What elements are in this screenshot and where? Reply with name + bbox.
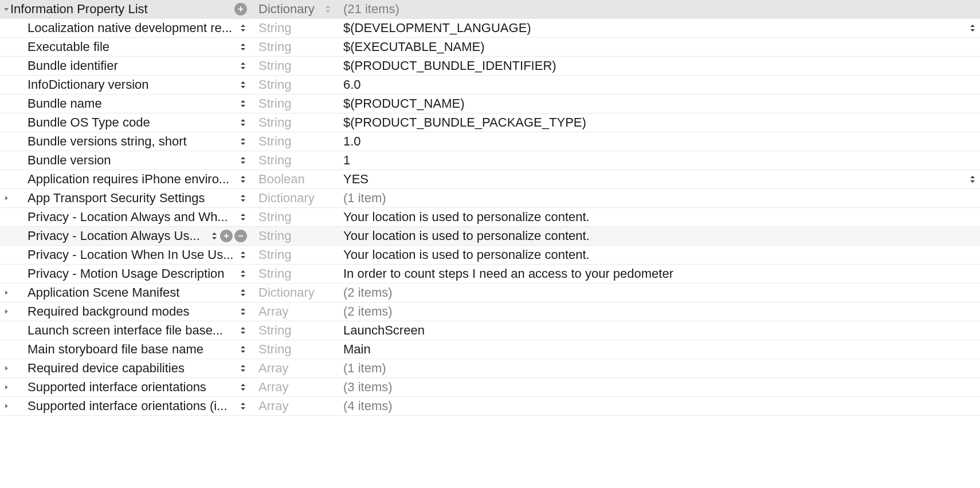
- disclosure-triangle-right-icon[interactable]: [2, 195, 10, 202]
- key-stepper-icon[interactable]: [239, 134, 247, 149]
- key-cell[interactable]: Supported interface orientations (i...: [0, 397, 249, 415]
- key-cell[interactable]: Bundle OS Type code: [0, 113, 249, 132]
- key-stepper-icon[interactable]: [239, 77, 247, 92]
- type-cell[interactable]: String: [249, 153, 335, 168]
- type-cell[interactable]: String: [249, 229, 335, 243]
- plist-row[interactable]: Privacy - Location Always and Wh...Strin…: [0, 208, 980, 227]
- plist-row[interactable]: Bundle versions string, shortString1.0: [0, 132, 980, 151]
- add-row-button[interactable]: +: [234, 3, 247, 15]
- key-cell[interactable]: App Transport Security Settings: [0, 189, 249, 207]
- key-cell[interactable]: Bundle name: [0, 95, 249, 113]
- key-stepper-icon[interactable]: [239, 342, 247, 357]
- type-cell[interactable]: String: [249, 323, 335, 338]
- key-stepper-icon[interactable]: [239, 58, 247, 73]
- plist-row[interactable]: Privacy - Location Always Us...+−StringY…: [0, 227, 980, 246]
- disclosure-triangle-right-icon[interactable]: [2, 403, 10, 410]
- disclosure-triangle-down-icon[interactable]: [2, 6, 10, 13]
- key-stepper-icon[interactable]: [210, 229, 218, 243]
- type-cell[interactable]: String: [249, 342, 335, 357]
- type-cell[interactable]: String: [249, 58, 335, 73]
- plist-row[interactable]: Executable fileString$(EXECUTABLE_NAME): [0, 38, 980, 57]
- key-cell[interactable]: Information Property List+: [0, 0, 249, 18]
- type-cell[interactable]: String: [249, 21, 335, 36]
- type-cell[interactable]: String: [249, 247, 335, 262]
- add-row-button[interactable]: +: [220, 230, 233, 242]
- value-cell[interactable]: YES: [335, 170, 980, 188]
- value-cell[interactable]: Main: [335, 340, 980, 359]
- plist-row[interactable]: Bundle identifierString$(PRODUCT_BUNDLE_…: [0, 57, 980, 76]
- key-cell[interactable]: Main storyboard file base name: [0, 340, 249, 359]
- key-stepper-icon[interactable]: [239, 399, 247, 414]
- key-cell[interactable]: Privacy - Location When In Use Us...: [0, 246, 249, 264]
- value-cell[interactable]: 6.0: [335, 76, 980, 94]
- value-cell[interactable]: (2 items): [335, 302, 980, 321]
- value-cell[interactable]: Your location is used to personalize con…: [335, 227, 980, 245]
- key-cell[interactable]: Application requires iPhone enviro...: [0, 170, 249, 188]
- plist-row[interactable]: Privacy - Location When In Use Us...Stri…: [0, 246, 980, 265]
- value-cell[interactable]: Your location is used to personalize con…: [335, 246, 980, 264]
- plist-row[interactable]: Localization native development re...Str…: [0, 19, 980, 38]
- value-cell[interactable]: 1.0: [335, 132, 980, 151]
- disclosure-triangle-right-icon[interactable]: [2, 384, 10, 391]
- type-cell[interactable]: String: [249, 40, 335, 54]
- value-cell[interactable]: (2 items): [335, 284, 980, 302]
- value-cell[interactable]: $(DEVELOPMENT_LANGUAGE): [335, 19, 980, 37]
- key-stepper-icon[interactable]: [239, 40, 247, 54]
- key-cell[interactable]: Localization native development re...: [0, 19, 249, 37]
- value-cell[interactable]: In order to count steps I need an access…: [335, 265, 980, 283]
- disclosure-triangle-right-icon[interactable]: [2, 289, 10, 296]
- remove-row-button[interactable]: −: [234, 230, 247, 242]
- plist-row[interactable]: Supported interface orientationsArray(3 …: [0, 378, 980, 397]
- type-cell[interactable]: String: [249, 96, 335, 111]
- value-cell[interactable]: (21 items): [335, 0, 980, 18]
- value-cell[interactable]: LaunchScreen: [335, 321, 980, 340]
- type-cell[interactable]: Array: [249, 361, 335, 376]
- key-cell[interactable]: Bundle version: [0, 151, 249, 170]
- value-cell[interactable]: $(PRODUCT_BUNDLE_PACKAGE_TYPE): [335, 113, 980, 132]
- type-cell[interactable]: String: [249, 115, 335, 130]
- key-cell[interactable]: Application Scene Manifest: [0, 284, 249, 302]
- plist-row[interactable]: Application requires iPhone enviro...Boo…: [0, 170, 980, 189]
- type-cell[interactable]: Array: [249, 380, 335, 395]
- value-cell[interactable]: Your location is used to personalize con…: [335, 208, 980, 226]
- type-cell[interactable]: String: [249, 266, 335, 281]
- key-cell[interactable]: Bundle versions string, short: [0, 132, 249, 151]
- key-cell[interactable]: Privacy - Motion Usage Description: [0, 265, 249, 283]
- key-stepper-icon[interactable]: [239, 361, 247, 376]
- value-cell[interactable]: 1: [335, 151, 980, 170]
- value-cell[interactable]: $(PRODUCT_BUNDLE_IDENTIFIER): [335, 57, 980, 75]
- type-cell[interactable]: Dictionary: [249, 191, 335, 206]
- key-stepper-icon[interactable]: [239, 380, 247, 395]
- type-cell[interactable]: Dictionary: [249, 285, 335, 300]
- plist-row[interactable]: Application Scene ManifestDictionary(2 i…: [0, 284, 980, 302]
- plist-row[interactable]: Launch screen interface file base...Stri…: [0, 321, 980, 340]
- type-cell[interactable]: String: [249, 77, 335, 92]
- value-stepper-icon[interactable]: [969, 21, 977, 36]
- plist-row[interactable]: Bundle OS Type codeString$(PRODUCT_BUNDL…: [0, 113, 980, 132]
- key-stepper-icon[interactable]: [239, 21, 247, 36]
- key-cell[interactable]: Executable file: [0, 38, 249, 56]
- plist-row[interactable]: Supported interface orientations (i...Ar…: [0, 397, 980, 416]
- plist-row[interactable]: Bundle nameString$(PRODUCT_NAME): [0, 95, 980, 113]
- type-cell[interactable]: Array: [249, 304, 335, 319]
- key-stepper-icon[interactable]: [239, 115, 247, 130]
- value-cell[interactable]: $(PRODUCT_NAME): [335, 95, 980, 113]
- key-cell[interactable]: Launch screen interface file base...: [0, 321, 249, 340]
- key-cell[interactable]: Privacy - Location Always and Wh...: [0, 208, 249, 226]
- key-cell[interactable]: Required background modes: [0, 302, 249, 321]
- plist-row[interactable]: Required background modesArray(2 items): [0, 302, 980, 321]
- type-cell[interactable]: String: [249, 210, 335, 225]
- key-cell[interactable]: Supported interface orientations: [0, 378, 249, 396]
- key-stepper-icon[interactable]: [239, 96, 247, 111]
- key-stepper-icon[interactable]: [239, 210, 247, 225]
- key-cell[interactable]: Privacy - Location Always Us...+−: [0, 227, 249, 245]
- value-cell[interactable]: (3 items): [335, 378, 980, 396]
- value-cell[interactable]: (1 item): [335, 359, 980, 377]
- type-cell[interactable]: String: [249, 134, 335, 149]
- key-stepper-icon[interactable]: [239, 285, 247, 300]
- key-cell[interactable]: Required device capabilities: [0, 359, 249, 377]
- type-cell[interactable]: Array: [249, 399, 335, 414]
- key-stepper-icon[interactable]: [239, 191, 247, 206]
- plist-row[interactable]: Required device capabilitiesArray(1 item…: [0, 359, 980, 378]
- disclosure-triangle-right-icon[interactable]: [2, 308, 10, 315]
